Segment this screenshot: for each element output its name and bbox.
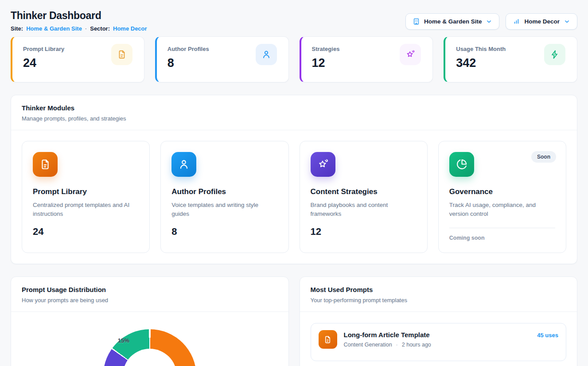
- module-description: Voice templates and writing style guides: [171, 201, 269, 219]
- separator-dot: ·: [85, 25, 87, 32]
- prompt-list-item[interactable]: Long-form Article Template Content Gener…: [311, 323, 567, 361]
- stat-card-prompt-library: Prompt Library 24: [11, 36, 144, 82]
- modules-card-header: Thinker Modules Manage prompts, profiles…: [11, 95, 577, 130]
- modules-title: Thinker Modules: [22, 104, 566, 112]
- prompt-time: 2 hours ago: [402, 342, 431, 348]
- sector-link[interactable]: Home Decor: [113, 25, 147, 32]
- sector-selector-dropdown[interactable]: Home Decor: [506, 13, 577, 30]
- stat-card-strategies: Strategies 12: [300, 36, 433, 82]
- soon-badge: Soon: [531, 151, 556, 163]
- usage-subtitle: How your prompts are being used: [22, 297, 278, 304]
- breadcrumb: Site: Home & Garden Site · Sector: Home …: [11, 25, 147, 32]
- donut-ring: 15%: [103, 329, 196, 366]
- most-used-prompts-card: Most Used Prompts Your top-performing pr…: [300, 276, 578, 366]
- prompt-usage-card: Prompt Usage Distribution How your promp…: [11, 276, 289, 366]
- module-count: 24: [33, 226, 139, 238]
- most-used-subtitle: Your top-performing prompt templates: [311, 297, 567, 304]
- module-card-governance: Soon Governance Track AI usage, complian…: [438, 141, 566, 253]
- document-icon: [33, 152, 58, 177]
- site-selector-dropdown[interactable]: Home & Garden Site: [405, 13, 500, 30]
- building-icon: [413, 18, 420, 25]
- usage-card-header: Prompt Usage Distribution How your promp…: [11, 277, 288, 312]
- page-header: Thinker Dashboard Site: Home & Garden Si…: [11, 10, 577, 32]
- uses-count-badge: 45 uses: [537, 330, 558, 339]
- module-count: 12: [311, 226, 417, 238]
- chevron-down-icon: [564, 18, 570, 25]
- separator-dot: ·: [396, 342, 398, 348]
- stats-row: Prompt Library 24 Author Profiles 8 Stra…: [11, 36, 577, 82]
- sector-label: Sector:: [90, 25, 110, 32]
- document-icon: [319, 330, 337, 349]
- divider: [449, 228, 555, 228]
- lightning-icon: [544, 44, 565, 65]
- module-title: Prompt Library: [33, 187, 139, 196]
- chevron-down-icon: [486, 18, 492, 25]
- prompt-category: Content Generation: [344, 342, 392, 348]
- sector-selector-label: Home Decor: [524, 18, 560, 25]
- modules-subtitle: Manage prompts, profiles, and strategies: [22, 115, 566, 122]
- module-card-content-strategies[interactable]: Content Strategies Brand playbooks and c…: [300, 141, 428, 253]
- bottom-row: Prompt Usage Distribution How your promp…: [11, 276, 577, 366]
- usage-title: Prompt Usage Distribution: [22, 286, 278, 293]
- module-title: Governance: [449, 187, 555, 196]
- user-icon: [171, 152, 196, 177]
- prompt-item-main: Long-form Article Template Content Gener…: [344, 330, 431, 348]
- module-title: Author Profiles: [171, 187, 277, 196]
- site-selector-label: Home & Garden Site: [424, 18, 482, 25]
- module-description: Track AI usage, compliance, and version …: [449, 201, 547, 219]
- prompt-item-title: Long-form Article Template: [344, 331, 431, 339]
- most-used-header: Most Used Prompts Your top-performing pr…: [300, 277, 577, 312]
- dashboard-page: Thinker Dashboard Site: Home & Garden Si…: [0, 0, 588, 366]
- prompt-item-meta: Content Generation · 2 hours ago: [344, 342, 431, 348]
- modules-grid: Prompt Library Centralized prompt templa…: [11, 130, 577, 264]
- sparkle-star-icon: [400, 44, 421, 65]
- module-count: 8: [171, 226, 277, 238]
- module-title: Content Strategies: [311, 187, 417, 196]
- header-selectors: Home & Garden Site Home Decor: [405, 13, 577, 30]
- module-card-author-profiles[interactable]: Author Profiles Voice templates and writ…: [160, 141, 288, 253]
- stat-card-author-profiles: Author Profiles 8: [155, 36, 289, 82]
- stat-card-usage: Usage This Month 342: [444, 36, 577, 82]
- coming-soon-text: Coming soon: [449, 235, 555, 241]
- pie-chart-icon: [449, 152, 474, 177]
- bar-chart-icon: [513, 18, 520, 25]
- header-left: Thinker Dashboard Site: Home & Garden Si…: [11, 10, 147, 32]
- module-description: Brand playbooks and content frameworks: [311, 201, 408, 219]
- site-link[interactable]: Home & Garden Site: [26, 25, 82, 32]
- document-icon: [111, 44, 132, 65]
- module-card-prompt-library[interactable]: Prompt Library Centralized prompt templa…: [22, 141, 150, 253]
- most-used-title: Most Used Prompts: [311, 286, 567, 293]
- donut-chart: 15%: [11, 312, 288, 366]
- module-description: Centralized prompt templates and AI inst…: [33, 201, 130, 219]
- page-title: Thinker Dashboard: [11, 10, 147, 22]
- site-label: Site:: [11, 25, 23, 32]
- donut-segment-label: 15%: [118, 337, 129, 344]
- user-icon: [256, 44, 277, 65]
- thinker-modules-card: Thinker Modules Manage prompts, profiles…: [11, 95, 577, 264]
- sparkle-star-icon: [311, 152, 335, 177]
